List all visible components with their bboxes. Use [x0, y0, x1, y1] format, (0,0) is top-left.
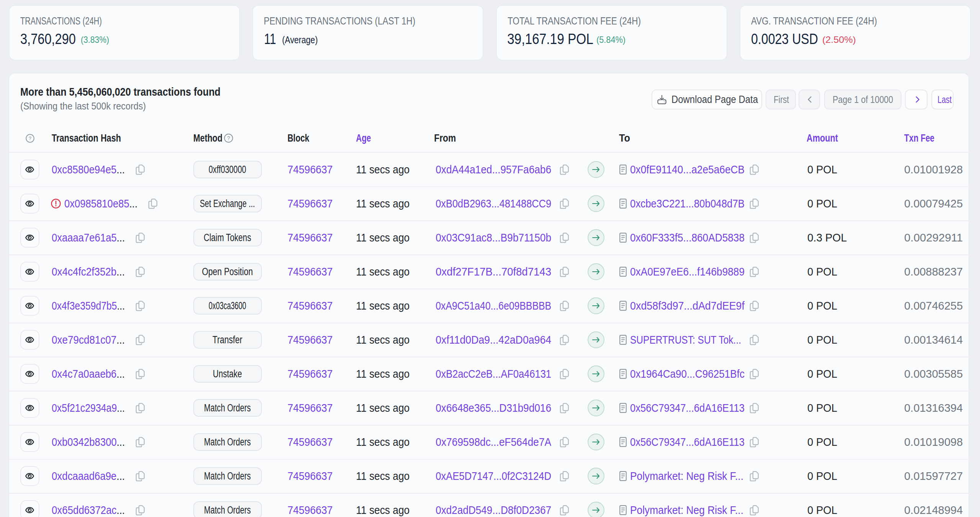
svg-text:?: ?	[227, 135, 230, 141]
svg-text:?: ?	[28, 135, 31, 141]
